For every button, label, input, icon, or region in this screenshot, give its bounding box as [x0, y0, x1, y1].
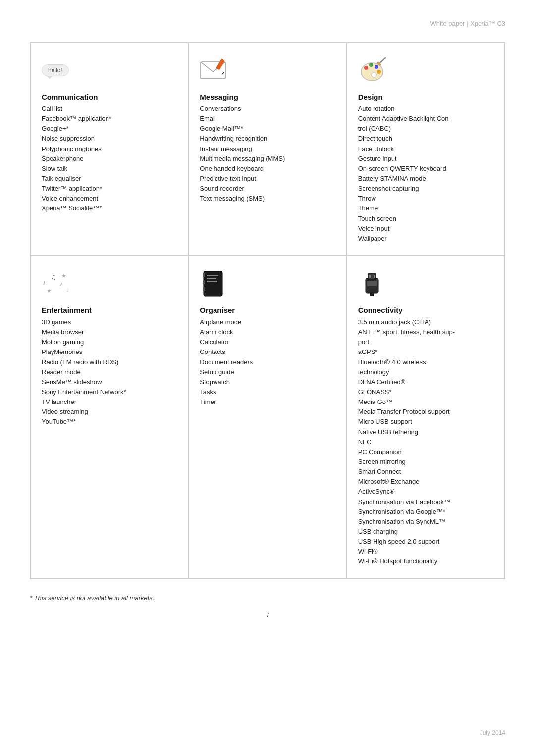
svg-point-6 — [374, 65, 378, 69]
cell-communication: hello! Communication Call list Facebook™… — [30, 43, 188, 256]
list-item: ANT+™ sport, fitness, health sup-port — [358, 327, 493, 347]
organiser-list: Airplane mode Alarm clock Calculator Con… — [200, 317, 335, 407]
list-item: Microsoft® ExchangeActiveSync® — [358, 477, 493, 497]
list-item: Calculator — [200, 337, 335, 347]
list-item: On-screen QWERTY keyboard — [358, 164, 493, 174]
list-item: Synchronisation via SyncML™ — [358, 517, 493, 527]
page-header: White paper | Xperia™ C3 — [30, 20, 505, 27]
organiser-title: Organiser — [200, 306, 335, 314]
list-item: Tasks — [200, 387, 335, 397]
svg-text:★: ★ — [47, 288, 52, 294]
list-item: Gesture input — [358, 154, 493, 164]
list-item: Media browser — [42, 327, 177, 337]
cell-organiser: Organiser Airplane mode Alarm clock Calc… — [188, 256, 346, 579]
page: White paper | Xperia™ C3 hello! Communic… — [0, 0, 535, 756]
connectivity-title: Connectivity — [358, 306, 493, 314]
list-item: Talk equaliser — [42, 174, 177, 184]
list-item: Video streaming — [42, 407, 177, 417]
list-item: Motion gaming — [42, 337, 177, 347]
list-item: Voice input — [358, 224, 493, 234]
list-item: USB charging — [358, 527, 493, 537]
list-item: Sony Entertainment Network* — [42, 387, 177, 397]
svg-line-9 — [380, 58, 385, 63]
list-item: NFC — [358, 437, 493, 447]
disclaimer-text: * This service is not available in all m… — [30, 594, 154, 602]
icon-messaging — [200, 53, 335, 88]
list-item: Xperia™ Socialife™* — [42, 203, 177, 213]
list-item: Radio (FM radio with RDS) — [42, 357, 177, 367]
svg-rect-22 — [207, 278, 216, 279]
list-item: Reader mode — [42, 367, 177, 377]
svg-point-8 — [372, 72, 376, 77]
list-item: Auto rotation — [358, 104, 493, 114]
list-item: Airplane mode — [200, 317, 335, 327]
list-item: Facebook™ application* — [42, 114, 177, 124]
icon-organiser — [200, 266, 335, 301]
connectivity-list: 3.5 mm audio jack (CTIA) ANT+™ sport, fi… — [358, 317, 493, 567]
icon-design — [358, 53, 493, 88]
cell-entertainment: ♪ ♫ ♪ ★ ★ ♩ Entertainment 3D games Media… — [30, 256, 188, 579]
icon-entertainment: ♪ ♫ ♪ ★ ★ ♩ — [42, 266, 177, 301]
messaging-title: Messaging — [200, 93, 335, 101]
svg-point-7 — [377, 70, 381, 74]
list-item: Synchronisation via Google™* — [358, 507, 493, 517]
list-item: Micro USB support — [358, 417, 493, 427]
list-item: Throw — [358, 194, 493, 203]
features-grid: hello! Communication Call list Facebook™… — [30, 42, 505, 579]
list-item: Face Unlock — [358, 144, 493, 154]
svg-rect-19 — [203, 280, 205, 284]
list-item: TV launcher — [42, 397, 177, 407]
svg-rect-17 — [204, 271, 222, 296]
list-item: 3.5 mm audio jack (CTIA) — [358, 317, 493, 327]
svg-point-4 — [364, 66, 368, 70]
list-item: Email — [200, 114, 335, 124]
footer-date: July 2014 — [480, 729, 505, 736]
svg-rect-23 — [207, 281, 217, 282]
list-item: DLNA Certified® — [358, 377, 493, 387]
list-item: Sound recorder — [200, 184, 335, 194]
list-item: aGPS* — [358, 347, 493, 357]
list-item: Battery STAMINA mode — [358, 174, 493, 184]
svg-rect-18 — [203, 273, 205, 277]
list-item: Predictive text input — [200, 174, 335, 184]
list-item: Timer — [200, 397, 335, 407]
music-icon: ♪ ♫ ♪ ★ ★ ♩ — [42, 270, 71, 297]
list-item: Touch screen — [358, 214, 493, 224]
list-item: GLONASS* — [358, 387, 493, 397]
footer-note: * This service is not available in all m… — [30, 579, 505, 606]
list-item: Voice enhancement — [42, 194, 177, 203]
list-item: Conversations — [200, 104, 335, 114]
list-item: Instant messaging — [200, 144, 335, 154]
list-item: Native USB tethering — [358, 427, 493, 437]
list-item: Synchronisation via Facebook™ — [358, 497, 493, 507]
entertainment-list: 3D games Media browser Motion gaming Pla… — [42, 317, 177, 427]
cell-connectivity: Connectivity 3.5 mm audio jack (CTIA) AN… — [347, 256, 505, 579]
list-item: PlayMemories — [42, 347, 177, 357]
page-title: White paper | Xperia™ C3 — [430, 20, 506, 27]
svg-text:♪: ♪ — [43, 279, 46, 286]
entertainment-title: Entertainment — [42, 306, 177, 314]
list-item: Screen mirroring — [358, 457, 493, 467]
list-item: USB High speed 2.0 support — [358, 537, 493, 547]
page-number: 7 — [30, 611, 505, 619]
list-item: Contacts — [200, 347, 335, 357]
list-item: Bluetooth® 4.0 wirelesstechnology — [358, 357, 493, 377]
communication-title: Communication — [42, 93, 177, 101]
list-item: Wi-Fi® Hotspot functionality — [358, 556, 493, 566]
design-list: Auto rotation Content Adaptive Backlight… — [358, 104, 493, 244]
list-item: YouTube™* — [42, 417, 177, 427]
list-item: Slow talk — [42, 164, 177, 174]
icon-connectivity — [358, 266, 493, 301]
list-item: SensMe™ slideshow — [42, 377, 177, 387]
cell-messaging: Messaging Conversations Email Google Mai… — [188, 43, 346, 256]
list-item: Wallpaper — [358, 234, 493, 244]
list-item: Wi-Fi® — [358, 547, 493, 556]
messaging-list: Conversations Email Google Mail™* Handwr… — [200, 104, 335, 203]
usb-icon — [358, 269, 385, 298]
list-item: Multimedia messaging (MMS) — [200, 154, 335, 164]
communication-list: Call list Facebook™ application* Google+… — [42, 104, 177, 214]
list-item: Stopwatch — [200, 377, 335, 387]
cell-design: Design Auto rotation Content Adaptive Ba… — [347, 43, 505, 256]
svg-text:♪: ♪ — [59, 280, 63, 287]
svg-text:♩: ♩ — [66, 287, 69, 293]
